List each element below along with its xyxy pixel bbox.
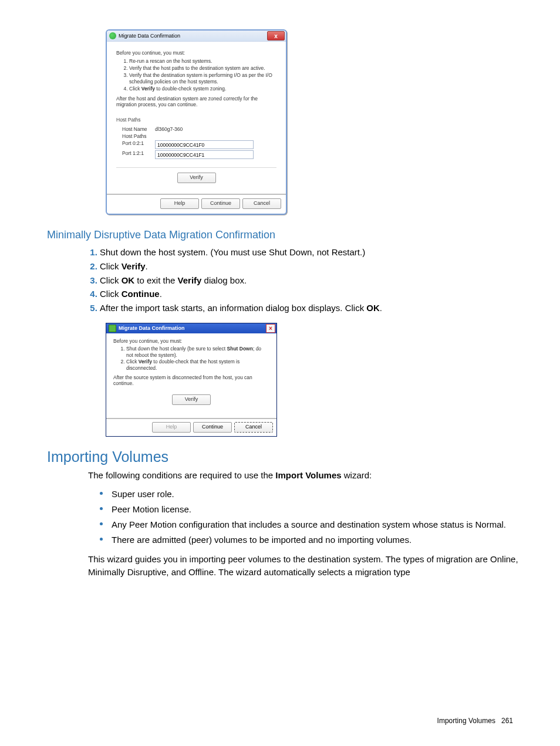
section1-heading: Minimally Disruptive Data Migration Conf… [47, 229, 519, 241]
cancel-button[interactable]: Cancel [242, 198, 281, 209]
hostname-label: Host Name [122, 126, 155, 132]
dialog1-intro: Before you continue, you must: [116, 50, 276, 56]
dialog1-footer: Help Continue Cancel [107, 194, 286, 214]
section1-steps: Shut down the host system. (You must use… [100, 246, 519, 315]
help-button[interactable]: Help [160, 198, 199, 209]
host-paths-label: Host Paths [116, 117, 276, 123]
step4-post: to double-check system zoning. [155, 86, 226, 92]
section2-intro: The following conditions are required to… [88, 469, 519, 482]
continue-button[interactable]: Continue [201, 198, 240, 209]
footer-label: Importing Volumes [437, 717, 495, 725]
sec2-b1: Super user role. [100, 488, 519, 500]
sec1-li2: Click Verify. [100, 260, 519, 273]
port1-label: Port 1:2:1 [122, 150, 155, 159]
separator [116, 167, 276, 168]
d2-step1: Shut down the host cleanly (be sure to s… [126, 346, 269, 359]
migrate-data-dialog-1: Migrate Data Confirmation x Before you c… [106, 29, 287, 215]
cancel-button[interactable]: Cancel [234, 422, 273, 433]
hostname-value: dl360g7-360 [155, 126, 183, 132]
section2-para: This wizard guides you in importing peer… [88, 553, 519, 579]
section2-bullets: Super user role. Peer Motion license. An… [100, 488, 519, 546]
app-icon [109, 32, 116, 39]
sec2-b3: Any Peer Motion configuration that inclu… [100, 518, 519, 531]
d2-step2: Click Verify to double-check that the ho… [126, 359, 269, 372]
sec1-li3: Click OK to exit the Verify dialog box. [100, 274, 519, 287]
help-button: Help [152, 422, 191, 433]
continue-button[interactable]: Continue [193, 422, 232, 433]
sec2-b2: Peer Motion license. [100, 503, 519, 515]
step4-pre: Click [129, 86, 141, 92]
hostname-row: Host Name dl360g7-360 [122, 126, 276, 132]
port0-label: Port 0:2:1 [122, 140, 155, 149]
port0-row: Port 0:2:1 [122, 140, 276, 149]
footer-page: 261 [501, 717, 513, 725]
sec1-li1: Shut down the host system. (You must use… [100, 246, 519, 259]
dialog2-titlebar[interactable]: Migrate Data Confirmation × [106, 323, 276, 333]
port1-input[interactable] [155, 150, 254, 159]
dialog2-title: Migrate Data Confirmation [119, 325, 185, 331]
page-footer: Importing Volumes 261 [437, 717, 513, 725]
step-1: Re-run a rescan on the host systems. [129, 58, 276, 65]
step-4: Click Verify to double-check system zoni… [129, 86, 276, 92]
verify-button[interactable]: Verify [172, 394, 211, 405]
dialog1-steps: Re-run a rescan on the host systems. Ver… [129, 58, 276, 92]
step4-verify: Verify [141, 86, 155, 92]
migrate-data-dialog-2: Migrate Data Confirmation × Before you c… [106, 323, 277, 437]
dialog2-steps: Shut down the host cleanly (be sure to s… [126, 346, 269, 372]
close-icon[interactable]: × [266, 324, 275, 333]
step-2: Verify that the host paths to the destin… [129, 65, 276, 72]
app-icon [109, 325, 116, 332]
dialog1-titlebar[interactable]: Migrate Data Confirmation x [107, 31, 286, 42]
dialog1-after: After the host and destination system ar… [116, 96, 276, 107]
verify-button[interactable]: Verify [177, 173, 216, 183]
dialog1-title: Migrate Data Confirmation [119, 33, 180, 39]
dialog2-footer: Help Continue Cancel [106, 418, 276, 436]
port1-row: Port 1:2:1 [122, 150, 276, 159]
port0-input[interactable] [155, 140, 254, 149]
hostpaths-sublabel: Host Paths [122, 133, 155, 139]
section2-heading: Importing Volumes [47, 448, 519, 465]
sec1-li4: Click Continue. [100, 288, 519, 301]
step-3: Verify that the destination system is pe… [129, 72, 276, 85]
close-icon[interactable]: x [267, 31, 285, 40]
sec1-li5: After the import task starts, an informa… [100, 302, 519, 315]
sec2-b4: There are admitted (peer) volumes to be … [100, 534, 519, 546]
dialog2-after: After the source system is disconnected … [113, 374, 269, 386]
dialog2-intro: Before you continue, you must: [113, 338, 269, 344]
hostpaths-sublabel-row: Host Paths [122, 133, 276, 139]
